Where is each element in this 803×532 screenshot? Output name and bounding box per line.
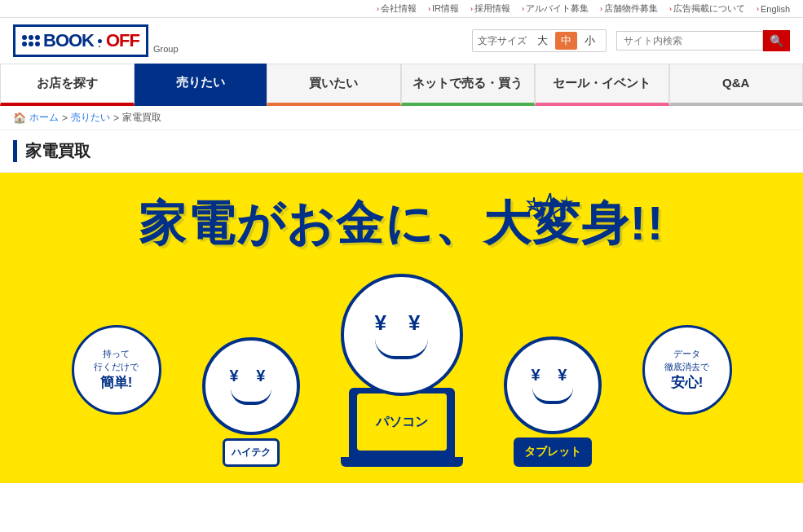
banner: 家電がお金に、大変身!! 持って 行くだけで 簡単! ¥ ¥ ハイテク ¥ ¥ [0, 173, 803, 483]
right-bubble-line1: データ [673, 348, 700, 360]
search-area: 🔍 [616, 30, 790, 51]
arrow-icon: › [428, 5, 430, 13]
topnav-item-recruit[interactable]: › 採用情報 [465, 2, 515, 15]
breadcrumb-sep1: > [62, 112, 68, 124]
nav-item-qa[interactable]: Q&A [669, 64, 804, 106]
arrow-icon: › [470, 5, 473, 13]
search-input[interactable] [616, 31, 763, 51]
logo-group-text: Group [153, 44, 179, 54]
tablet-label: タブレット [514, 437, 592, 467]
logo-book-text: BOOK [43, 30, 94, 51]
char-center-eyes: ¥ ¥ [374, 310, 428, 336]
char-right-smile [532, 388, 573, 404]
nav-item-buy[interactable]: 買いたい [267, 64, 401, 106]
nav-item-online[interactable]: ネットで売る・買う [401, 64, 536, 106]
char-center-smile [375, 339, 428, 359]
char-right-body: タブレット [514, 437, 592, 467]
nav-item-find[interactable]: お店を探す [0, 64, 135, 106]
banner-title: 家電がお金に、大変身!! [139, 197, 665, 249]
right-bubble-line2: 徹底消去で [664, 361, 709, 373]
nav-item-sale[interactable]: セール・イベント [535, 64, 669, 106]
main-nav: お店を探す 売りたい 買いたい ネットで売る・買う セール・イベント Q&A [0, 64, 803, 106]
home-icon: 🏠 [13, 112, 26, 124]
logo-box: BOOK · OFF [13, 24, 148, 57]
char-right-eyes: ¥ ¥ [532, 366, 574, 385]
left-bubble-line2: 行くだけで [94, 361, 139, 373]
search-button[interactable]: 🔍 [763, 30, 790, 51]
breadcrumb: 🏠 ホーム > 売りたい > 家電買取 [0, 106, 803, 130]
char-left-smile [231, 389, 271, 405]
page-title: 家電買取 [13, 140, 790, 162]
header-right: 文字サイズ 大 中 小 🔍 [472, 29, 790, 52]
char-left-card: ハイテク [223, 438, 280, 467]
nav-item-sell[interactable]: 売りたい [135, 64, 267, 106]
left-bubble: 持って 行くだけで 簡単! [72, 325, 161, 415]
breadcrumb-sep2: > [113, 112, 119, 124]
char-right-head: ¥ ¥ [504, 336, 602, 434]
right-bubble-bigtext: 安心! [671, 373, 704, 392]
char-center-head: ¥ ¥ [341, 274, 463, 396]
laptop-body: パソコン [349, 388, 455, 457]
right-bubble: データ 徹底消去で 安心! [642, 325, 732, 415]
char-left-eyes: ¥ ¥ [230, 367, 272, 385]
char-left-body: ハイテク [223, 438, 280, 467]
font-mid-button[interactable]: 中 [555, 32, 577, 50]
header: BOOK · OFF Group 文字サイズ 大 中 小 🔍 [0, 18, 803, 64]
logo-off-text: OFF [106, 30, 139, 51]
topnav-item-parttime[interactable]: › アルバイト募集 [517, 2, 593, 15]
breadcrumb-home-link[interactable]: ホーム [29, 111, 59, 125]
font-size-label: 文字サイズ [478, 34, 527, 48]
topnav-item-store[interactable]: › 店舗物件募集 [595, 2, 663, 15]
arrow-icon: › [669, 5, 672, 13]
arrow-icon: › [522, 5, 524, 13]
laptop-screen: パソコン [357, 394, 447, 451]
top-nav: › 会社情報 › IR情報 › 採用情報 › アルバイト募集 › 店舗物件募集 … [0, 0, 803, 18]
topnav-item-ir[interactable]: › IR情報 [423, 2, 464, 15]
font-small-button[interactable]: 小 [579, 32, 601, 50]
font-size-control: 文字サイズ 大 中 小 [472, 29, 607, 52]
character-right: ¥ ¥ タブレット [504, 336, 602, 467]
topnav-item-company[interactable]: › 会社情報 [372, 2, 421, 15]
logo-dot-separator: · [98, 39, 102, 43]
topnav-item-english[interactable]: › English [752, 4, 795, 14]
font-large-button[interactable]: 大 [532, 32, 554, 50]
arrow-icon: › [377, 5, 379, 13]
arrow-icon: › [757, 5, 759, 13]
breadcrumb-current: 家電買取 [122, 111, 161, 125]
laptop-label: パソコン [376, 414, 428, 431]
topnav-item-ad[interactable]: › 広告掲載について [664, 2, 750, 15]
left-bubble-line1: 持って [103, 348, 130, 360]
laptop-base [341, 457, 463, 467]
page-title-area: 家電買取 [0, 130, 803, 173]
character-center: ¥ ¥ パソコン [341, 274, 463, 467]
left-bubble-bigtext: 簡単! [100, 373, 133, 392]
character-wrapper: 持って 行くだけで 簡単! ¥ ¥ ハイテク ¥ ¥ [72, 274, 732, 467]
arrow-icon: › [600, 5, 602, 13]
char-left-head: ¥ ¥ [202, 337, 300, 435]
logo-area[interactable]: BOOK · OFF Group [13, 24, 179, 57]
character-left: ¥ ¥ ハイテク [202, 337, 300, 467]
logo-dots [22, 35, 40, 46]
breadcrumb-sell-link[interactable]: 売りたい [71, 111, 110, 125]
